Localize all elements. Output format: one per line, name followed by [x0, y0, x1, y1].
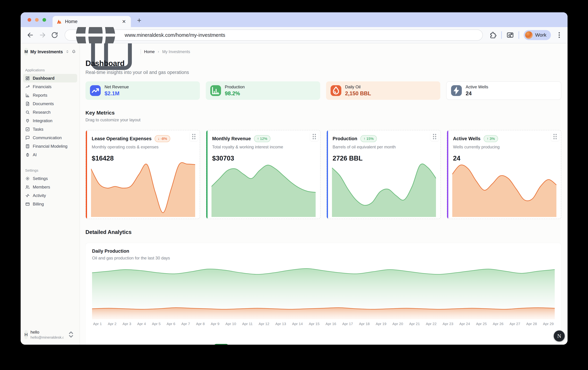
user-avatar: H [24, 330, 28, 339]
communication-icon [25, 135, 30, 140]
daily-production-chart [92, 266, 555, 319]
sidebar-section-applications: Applications DashboardFinancialsReportsD… [23, 68, 77, 159]
card-accent-bar [86, 130, 87, 219]
x-axis-tick: Apr 7 [181, 322, 190, 326]
stat-label: Active Wells [466, 85, 488, 89]
sidebar-item-ai[interactable]: AI [23, 151, 77, 159]
breadcrumb-home[interactable]: Home [144, 49, 155, 54]
card-accent-bar [206, 130, 208, 219]
new-tab-button[interactable]: + [135, 17, 143, 25]
detailed-analytics-title: Detailed Analytics [85, 229, 561, 235]
profile-chip[interactable]: Work [524, 30, 551, 40]
sidebar-item-financials[interactable]: Financials [23, 82, 77, 91]
sidebar-item-financial-modeling[interactable]: Financial Modeling [23, 142, 77, 151]
menu-dots-icon[interactable] [556, 31, 563, 39]
bell-icon[interactable] [72, 50, 76, 54]
x-axis-tick: Apr 23 [442, 322, 453, 326]
sidebar-section-settings: Settings SettingsMembersActivityBilling [23, 168, 77, 208]
nextjs-dev-button[interactable]: N [554, 330, 565, 342]
sidebar-item-label: Communication [33, 135, 62, 140]
reload-icon[interactable] [51, 31, 58, 39]
sparkline-chart [452, 160, 556, 217]
section-label: Settings [25, 168, 77, 173]
extensions-puzzle-icon[interactable] [489, 31, 497, 39]
chart-subtitle: Oil and gas production for the last 30 d… [92, 256, 555, 261]
user-email: hello@mineraldesk.c... [31, 335, 63, 339]
card-subtitle: Monthly operating costs & expenses [92, 145, 195, 149]
x-axis-tick: Apr 24 [459, 322, 470, 326]
x-axis-tick: Apr 26 [493, 322, 504, 326]
close-window-button[interactable] [28, 18, 31, 22]
chevrons-up-down-icon [65, 50, 69, 54]
sidebar-item-label: Activity [33, 193, 46, 198]
workspace-name: My Investments [30, 49, 63, 54]
members-icon [25, 185, 30, 189]
workspace-switcher[interactable]: M My Investments [23, 47, 77, 56]
toolbar-separator [501, 31, 502, 39]
sidebar-item-label: AI [33, 152, 37, 157]
documents-icon [25, 101, 30, 106]
trending-up-icon [90, 85, 101, 96]
tab-close-icon[interactable]: ✕ [121, 19, 127, 24]
sidebar-item-integration[interactable]: Integration [23, 116, 77, 125]
trend-arrow-icon: ↓ [158, 137, 160, 141]
browser-tab[interactable]: Home ✕ [52, 16, 131, 27]
back-arrow-icon[interactable] [27, 31, 34, 39]
drag-handle-icon[interactable] [551, 132, 559, 141]
x-axis-tick: Apr 29 [543, 322, 554, 326]
trend-value: 12% [260, 137, 267, 141]
daily-production-card: Daily Production Oil and gas production … [85, 243, 561, 345]
metric-card-lease-operating-expenses: Lease Operating Expenses ↓-8% Monthly op… [85, 130, 200, 219]
financial-modeling-icon [25, 144, 30, 149]
sidebar-item-members[interactable]: Members [23, 183, 77, 191]
x-axis-tick: Apr 9 [211, 322, 220, 326]
browser-toolbar: www.mineraldesk.com/home/my-investments … [21, 27, 567, 44]
key-metrics-title: Key Metrics [85, 110, 561, 116]
sidebar-item-dashboard[interactable]: Dashboard [23, 74, 77, 82]
window-controls [28, 18, 46, 22]
x-axis-tick: Apr 4 [137, 322, 146, 326]
sidebar-item-billing[interactable]: Billing [23, 200, 77, 208]
drag-handle-icon[interactable] [310, 132, 318, 141]
drag-handle-icon[interactable] [430, 132, 439, 141]
sidebar-item-communication[interactable]: Communication [23, 133, 77, 142]
x-axis-tick: Apr 22 [426, 322, 437, 326]
sidebar-item-tasks[interactable]: Tasks [23, 125, 77, 133]
sidebar-item-activity[interactable]: Activity [23, 191, 77, 200]
url-bar[interactable]: www.mineraldesk.com/home/my-investments [65, 30, 483, 41]
main-content: Home › My Investments Dashboard Real-tim… [80, 44, 567, 345]
page-subtitle: Real-time insights into your oil and gas… [85, 70, 561, 75]
sidebar-item-label: Documents [33, 101, 54, 106]
x-axis-tick: Apr 3 [123, 322, 131, 326]
x-axis-tick: Apr 1 [93, 322, 102, 326]
sidebar-item-label: Integration [33, 118, 52, 123]
zoom-window-button[interactable] [42, 18, 46, 22]
stat-value: 2,150 BBL [345, 90, 371, 97]
metric-card-active-wells: Active Wells ↑3% Wells currently produci… [447, 130, 561, 219]
stat-label: Net Revenue [105, 85, 129, 89]
sidebar-item-documents[interactable]: Documents [23, 99, 77, 108]
sparkline-chart [332, 160, 436, 217]
sidebar-item-label: Members [33, 185, 50, 189]
tab-title: Home [65, 19, 118, 24]
sidebar-item-research[interactable]: Research [23, 108, 77, 116]
x-axis-tick: Apr 17 [342, 322, 353, 326]
x-axis-tick: Apr 11 [242, 322, 252, 326]
x-axis-tick: Apr 16 [326, 322, 336, 326]
key-metrics-cards: Lease Operating Expenses ↓-8% Monthly op… [85, 130, 561, 219]
sidebar-item-reports[interactable]: Reports [23, 91, 77, 99]
trend-value: 15% [367, 137, 374, 141]
trending-up-small-icon [183, 331, 235, 345]
trend-value: 3% [490, 137, 495, 141]
forward-arrow-icon[interactable] [39, 31, 46, 39]
lightning-icon [451, 85, 462, 96]
side-panel-search-icon[interactable] [506, 31, 514, 39]
sidebar-item-settings[interactable]: Settings [23, 174, 77, 183]
user-menu[interactable]: H hello hello@mineraldesk.c... [23, 328, 77, 341]
sidebar-item-label: Tasks [33, 127, 43, 132]
x-axis-tick: Apr 21 [409, 322, 420, 326]
trend-badge: ↑12% [254, 135, 270, 142]
drag-handle-icon[interactable] [190, 132, 198, 141]
minimize-window-button[interactable] [35, 18, 39, 22]
card-subtitle: Wells currently producing [453, 145, 556, 149]
